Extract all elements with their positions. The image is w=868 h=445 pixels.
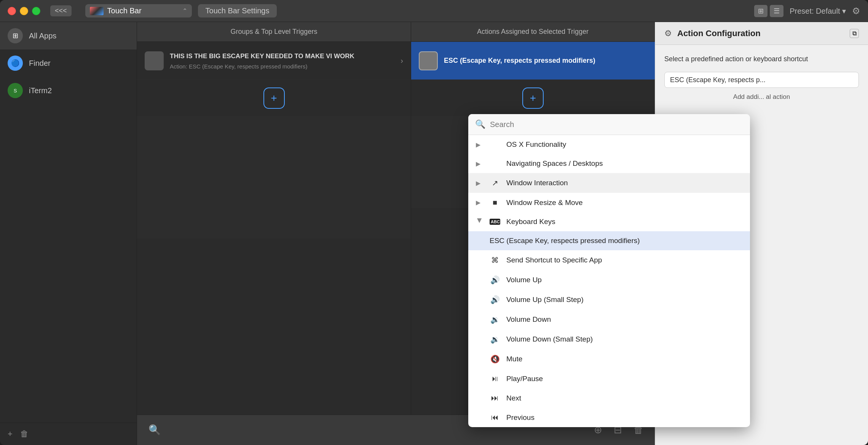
dropdown-label-esc: ESC (Escape Key, respects pressed modifi…	[490, 237, 640, 245]
dropdown-label-next: Next	[506, 394, 521, 402]
gear-config-icon: ⚙	[664, 29, 672, 38]
dropdown-label-nav: Navigating Spaces / Desktops	[506, 159, 603, 168]
preset-label[interactable]: Preset: Default ▾	[790, 6, 846, 16]
dropdown-label-play-pause: Play/Pause	[506, 375, 543, 383]
add-app-button[interactable]: +	[8, 429, 13, 439]
delete-app-button[interactable]: 🗑	[20, 429, 29, 439]
volume-down-small-icon: 🔉	[490, 335, 500, 344]
grid-view-button[interactable]: ⊞	[754, 5, 767, 17]
gear-icon[interactable]: ⚙	[852, 6, 860, 16]
trigger-item[interactable]: THIS IS THE BIG ESCAPE KEY NEEDED TO MAK…	[137, 42, 411, 80]
sidebar-item-finder[interactable]: 🔵 Finder	[0, 49, 137, 77]
dropdown-label-kb: Keyboard Keys	[506, 218, 555, 226]
sidebar-item-iterm2[interactable]: S iTerm2	[0, 77, 137, 104]
action-item-esc[interactable]: ESC (Escape Key, respects pressed modifi…	[411, 42, 655, 80]
config-select-wrapper: ESC (Escape Key, respects p...	[664, 72, 859, 88]
triggers-column-header: Groups & Top Level Triggers	[137, 22, 411, 41]
iterm-avatar: S	[8, 83, 23, 98]
dropdown-item-window-interaction[interactable]: ▶ ↗ Window Interaction	[468, 173, 750, 193]
dropdown-item-next[interactable]: ⏭ Next	[468, 388, 750, 408]
action-dropdown: 🔍 ▶ OS X Functionality ▶ Navigating Spac…	[468, 114, 750, 427]
volume-up-icon: 🔊	[490, 275, 500, 284]
sidebar-all-apps-label: All Apps	[29, 32, 56, 40]
action-select[interactable]: ESC (Escape Key, respects p...	[664, 72, 859, 88]
dropdown-item-play-pause[interactable]: ⏯ Play/Pause	[468, 369, 750, 388]
dropdown-item-volume-up[interactable]: 🔊 Volume Up	[468, 270, 750, 290]
dropdown-label-send-shortcut: Send Shortcut to Specific App	[506, 256, 602, 264]
dropdown-label-volume-down-small: Volume Down (Small Step)	[506, 335, 593, 343]
dropdown-item-osx[interactable]: ▶ OS X Functionality	[468, 135, 750, 154]
sidebar-item-all-apps[interactable]: ⊞ All Apps	[0, 22, 137, 49]
triggers-add-row: +	[137, 80, 411, 117]
cmd-icon: ⌘	[490, 256, 500, 265]
empty-row-3	[137, 178, 411, 208]
volume-down-icon: 🔉	[490, 315, 500, 324]
collapse-arrow-osx: ▶	[476, 141, 483, 148]
dropdown-item-mute[interactable]: 🔇 Mute	[468, 349, 750, 369]
resize-icon: ↗	[490, 178, 500, 188]
action-thumbnail	[419, 51, 438, 70]
dropdown-item-volume-down[interactable]: 🔉 Volume Down	[468, 310, 750, 329]
action-title: ESC (Escape Key, respects pressed modifi…	[444, 56, 595, 65]
sidebar-bottom: + 🗑	[0, 423, 137, 445]
trigger-thumbnail	[145, 51, 164, 70]
actions-header-label: Actions Assigned to Selected Trigger	[477, 28, 589, 36]
list-view-button[interactable]: ☰	[770, 5, 783, 17]
dropdown-item-send-shortcut[interactable]: ⌘ Send Shortcut to Specific App	[468, 250, 750, 270]
square-icon: ■	[490, 198, 500, 207]
dropdown-item-previous[interactable]: ⏮ Previous	[468, 408, 750, 427]
trigger-arrow-icon: ›	[400, 56, 403, 65]
dropdown-item-esc[interactable]: ESC (Escape Key, respects pressed modifi…	[468, 231, 750, 250]
search-icon: 🔍	[475, 119, 485, 129]
chevron-icon: ⌃	[182, 7, 187, 14]
triggers-panel: THIS IS THE BIG ESCAPE KEY NEEDED TO MAK…	[137, 42, 411, 415]
column-headers: Groups & Top Level Triggers Actions Assi…	[137, 22, 655, 42]
dropdown-search-bar: 🔍	[468, 114, 750, 135]
collapse-arrow-wr: ▶	[476, 199, 483, 206]
view-icons: ⊞ ☰	[754, 5, 783, 17]
touchbar-icon	[90, 7, 104, 15]
dropdown-item-volume-down-small[interactable]: 🔉 Volume Down (Small Step)	[468, 329, 750, 349]
finder-avatar: 🔵	[8, 56, 23, 71]
dropdown-item-nav-spaces[interactable]: ▶ Navigating Spaces / Desktops	[468, 154, 750, 173]
dropdown-label-volume-down: Volume Down	[506, 315, 551, 324]
titlebar: <<< Touch Bar ⌃ Touch Bar Settings ⊞ ☰ P…	[0, 0, 868, 22]
triggers-header-label: Groups & Top Level Triggers	[231, 28, 318, 36]
dropdown-label-mute: Mute	[506, 355, 522, 363]
minimize-button[interactable]	[20, 7, 28, 15]
actions-column-header: Actions Assigned to Selected Trigger	[411, 22, 655, 41]
play-pause-icon: ⏯	[490, 374, 500, 383]
dropdown-label-wi: Window Interaction	[506, 179, 568, 187]
search-input[interactable]	[490, 120, 743, 129]
previous-icon: ⏮	[490, 413, 500, 422]
fullscreen-button[interactable]	[32, 7, 40, 15]
touchbar-label: Touch Bar	[107, 6, 179, 15]
config-label: Select a predefined action or keyboard s…	[664, 54, 859, 64]
add-action-button[interactable]: +	[522, 87, 544, 109]
touchbar-selector[interactable]: Touch Bar ⌃	[85, 4, 192, 17]
touchbar-settings-button[interactable]: Touch Bar Settings	[198, 4, 277, 17]
mute-icon: 🔇	[490, 354, 500, 364]
dropdown-item-volume-up-small[interactable]: 🔊 Volume Up (Small Step)	[468, 290, 750, 310]
dropdown-label-volume-up-small: Volume Up (Small Step)	[506, 296, 584, 304]
trigger-title: THIS IS THE BIG ESCAPE KEY NEEDED TO MAK…	[170, 52, 394, 61]
dropdown-item-keyboard[interactable]: ▶ ABC Keyboard Keys	[468, 212, 750, 231]
trigger-text: THIS IS THE BIG ESCAPE KEY NEEDED TO MAK…	[170, 52, 394, 70]
actions-add-row: +	[411, 80, 655, 117]
back-button[interactable]: <<<	[50, 5, 72, 16]
expand-button[interactable]: ⧉	[850, 29, 859, 38]
empty-row-1	[137, 117, 411, 147]
close-button[interactable]	[8, 7, 16, 15]
dropdown-label-wr: Window Resize & Move	[506, 199, 583, 207]
add-action-note: Add addi... al action	[664, 93, 859, 101]
dropdown-item-window-resize[interactable]: ▶ ■ Window Resize & Move	[468, 193, 750, 212]
volume-up-small-icon: 🔊	[490, 295, 500, 304]
dropdown-label-osx: OS X Functionality	[506, 140, 566, 149]
next-icon: ⏭	[490, 394, 500, 402]
sidebar-iterm-label: iTerm2	[29, 86, 52, 95]
abc-icon: ABC	[490, 219, 500, 225]
add-trigger-button[interactable]: +	[263, 87, 285, 109]
search-button[interactable]: 🔍	[148, 424, 161, 436]
all-apps-avatar: ⊞	[8, 28, 23, 43]
empty-row-4	[137, 208, 411, 238]
